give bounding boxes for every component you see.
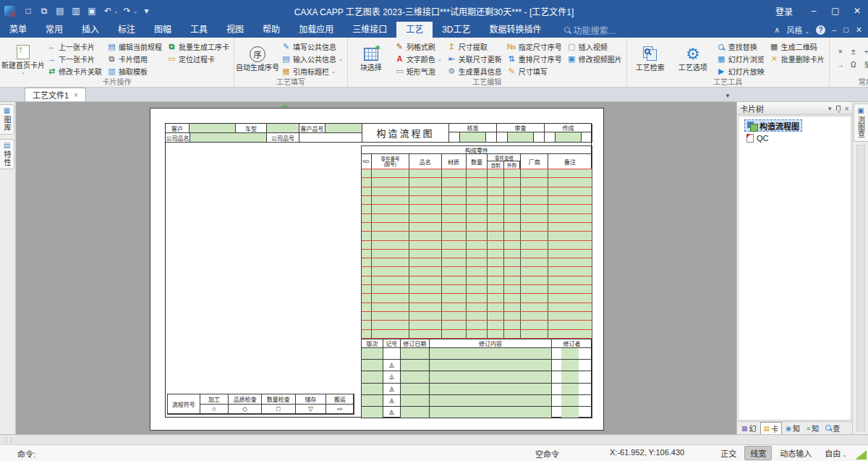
parts-cell[interactable] — [467, 285, 488, 293]
parts-cell[interactable] — [362, 187, 372, 195]
parts-cell[interactable] — [362, 294, 372, 302]
parts-cell[interactable] — [467, 178, 488, 186]
parts-cell[interactable] — [548, 258, 592, 266]
parts-cell[interactable] — [467, 294, 488, 302]
revision-row[interactable]: △1 — [362, 360, 592, 371]
parts-cell[interactable] — [442, 267, 467, 275]
parts-cell[interactable] — [467, 241, 488, 249]
parts-row[interactable] — [362, 303, 592, 312]
parts-cell[interactable] — [442, 169, 467, 177]
dimension-extract-button[interactable]: ↥尺寸提取 — [446, 41, 503, 53]
parts-cell[interactable] — [548, 330, 592, 338]
menu-tab-视图[interactable]: 视图 — [217, 22, 253, 38]
batch-delete-card-button[interactable]: ✕批量删除卡片 — [768, 53, 826, 65]
generate-qrcode-button[interactable]: ▦生成二维码 — [768, 41, 826, 53]
reviser-field[interactable] — [552, 395, 561, 406]
tree-item-QC[interactable]: QC — [744, 132, 849, 144]
panel-tab-幻[interactable]: ▦幻 — [739, 422, 760, 434]
parts-row[interactable] — [362, 276, 592, 285]
parts-cell[interactable] — [548, 250, 592, 258]
parts-cell[interactable] — [521, 232, 548, 240]
field-company-product[interactable] — [190, 133, 267, 143]
revision-row[interactable]: △3 — [362, 384, 592, 395]
menu-tab-插入[interactable]: 插入 — [72, 22, 109, 38]
parts-cell[interactable] — [442, 250, 467, 258]
parts-cell[interactable] — [362, 241, 372, 249]
reviser-field[interactable] — [561, 360, 579, 371]
find-replace-button[interactable]: 查找替换 — [715, 41, 766, 53]
parts-row[interactable] — [362, 232, 592, 240]
parts-cell[interactable] — [372, 303, 409, 311]
symbol-Ω-button[interactable]: Ω — [848, 60, 859, 70]
parts-cell[interactable] — [548, 285, 592, 293]
parts-cell[interactable] — [488, 241, 504, 249]
parts-cell[interactable] — [548, 276, 592, 284]
new-front-card-button[interactable]: 新建首页卡片⌄ — [3, 39, 43, 77]
parts-cell[interactable] — [442, 196, 467, 204]
parts-cell[interactable] — [521, 250, 548, 258]
parts-cell[interactable] — [467, 276, 488, 284]
parts-cell[interactable] — [548, 232, 592, 240]
redo-icon-arrow[interactable]: ⌄ — [133, 8, 138, 14]
help-icon[interactable]: ? — [816, 25, 825, 35]
panel-tab-卡[interactable]: ▤卡 — [760, 422, 783, 434]
parts-cell[interactable] — [521, 267, 548, 275]
menu-tab-三维接口[interactable]: 三维接口 — [343, 22, 396, 38]
parts-row[interactable] — [362, 241, 592, 250]
reviser-field[interactable] — [561, 348, 579, 359]
revision-row[interactable]: △5 — [362, 407, 592, 418]
parts-cell[interactable] — [504, 267, 521, 275]
edit-current-rule-button[interactable]: ▤编辑当前规程 — [106, 41, 163, 53]
parts-cell[interactable] — [409, 214, 442, 222]
parts-cell[interactable] — [409, 169, 442, 177]
text-color-button[interactable]: A文字颜色⌄ — [393, 53, 443, 65]
parts-cell[interactable] — [504, 232, 521, 240]
parts-cell[interactable] — [504, 169, 521, 177]
symbol-→-button[interactable]: → — [835, 60, 846, 70]
undo-icon-arrow[interactable]: ⌄ — [114, 8, 119, 14]
parts-cell[interactable] — [504, 187, 521, 195]
locate-process-card-button[interactable]: ▭定位过程卡 — [166, 53, 231, 65]
parts-cell[interactable] — [372, 330, 409, 338]
panel-tab-知[interactable]: ≡知 — [804, 422, 822, 434]
parts-cell[interactable] — [467, 267, 488, 275]
parts-cell[interactable] — [442, 241, 467, 249]
field-customer[interactable] — [190, 124, 236, 133]
function-search[interactable]: 功能搜索... — [564, 22, 616, 38]
parts-cell[interactable] — [521, 223, 548, 231]
toggle-正交[interactable]: 正交 — [715, 447, 741, 460]
style-menu[interactable]: 风格 ⌄ — [786, 24, 809, 35]
parts-cell[interactable] — [504, 321, 521, 329]
input-public-info-button[interactable]: ▤输入公共信息⌄ — [280, 53, 344, 65]
parts-row[interactable] — [362, 205, 592, 213]
menu-tab-图幅[interactable]: 图幅 — [145, 22, 181, 38]
reviser-field[interactable] — [561, 407, 579, 418]
symbol-±-button[interactable]: ± — [848, 47, 859, 57]
parts-cell[interactable] — [548, 178, 592, 186]
parts-cell[interactable] — [504, 258, 521, 266]
parts-cell[interactable] — [488, 169, 504, 177]
parts-cell[interactable] — [442, 187, 467, 195]
approval-field[interactable] — [460, 132, 486, 143]
field-customer-part-no[interactable] — [326, 124, 362, 133]
parts-cell[interactable] — [504, 205, 521, 213]
parts-cell[interactable] — [409, 267, 442, 275]
parts-cell[interactable] — [504, 294, 521, 302]
left-strip-tab-特性[interactable]: ▤特性 — [0, 139, 14, 169]
toggle-自由[interactable]: 自由⌄ — [820, 447, 852, 460]
parts-row[interactable] — [362, 223, 592, 232]
parts-cell[interactable] — [504, 250, 521, 258]
parts-cell[interactable] — [488, 232, 504, 240]
parts-cell[interactable] — [488, 250, 504, 258]
card-borrow-button[interactable]: ⧉卡片借用 — [106, 53, 163, 65]
parts-cell[interactable] — [488, 196, 504, 204]
parts-row[interactable] — [362, 187, 592, 196]
quote-title-block-button[interactable]: ▦引用标题栏⌄ — [280, 65, 344, 77]
parts-cell[interactable] — [521, 330, 548, 338]
parts-cell[interactable] — [442, 223, 467, 231]
collapse-ribbon-icon[interactable]: ∧ — [774, 25, 780, 35]
parts-cell[interactable] — [372, 294, 409, 302]
parts-cell[interactable] — [442, 258, 467, 266]
close-icon[interactable]: ✕ — [846, 0, 868, 22]
parts-cell[interactable] — [362, 178, 372, 186]
